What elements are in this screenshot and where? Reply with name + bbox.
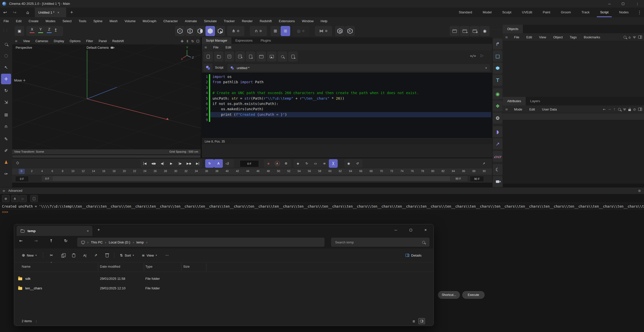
script-menu-file[interactable]: File (210, 45, 222, 49)
tab-objects[interactable]: Objects (503, 25, 523, 33)
center-axis-button[interactable]: ▣ (15, 26, 24, 36)
preview-range-slider[interactable]: 0 F 90 F (42, 176, 468, 181)
rotate-tool[interactable]: ↻ (1, 85, 11, 96)
console-close-icon[interactable]: ⊗ (638, 189, 641, 192)
key-position-button[interactable]: ◈ (293, 159, 302, 168)
details-button[interactable]: Details (400, 251, 427, 260)
points-mode-button[interactable] (175, 26, 185, 36)
viewport-menu-redshift[interactable]: Redshift (110, 39, 127, 43)
code-line-1[interactable]: 1import os (202, 74, 492, 79)
shortcut-button[interactable]: Shortcut... (438, 291, 460, 299)
viewport-canvas[interactable]: Perspective Default Camera Move ✛ Y X Z (12, 44, 201, 149)
toolbar-drag-handle-2[interactable]: ·········· (491, 28, 502, 31)
key-scale-button[interactable]: ▭ (311, 159, 320, 168)
range-start-field[interactable]: 0 F (15, 176, 29, 182)
menu-tools[interactable]: Tools (75, 19, 90, 23)
copy-button[interactable] (58, 251, 68, 260)
console-hamburger-icon[interactable]: ≡ (3, 189, 5, 192)
attributes-hamburger-icon[interactable]: ≡ (503, 108, 511, 111)
scale-tool[interactable]: ⇲ (1, 97, 11, 107)
objects-menu-view[interactable]: View (535, 35, 550, 39)
render-marker-button[interactable] (256, 51, 266, 62)
quantize-button[interactable]: ⊞ (271, 26, 280, 36)
menu-create[interactable]: Create (25, 19, 42, 23)
objects-menu-tags[interactable]: Tags (566, 35, 580, 39)
console-output-line[interactable]: Created uncPath = '\\\\?\\d:\\temp\\ten_… (0, 203, 644, 209)
render-settings-button[interactable]: ⚙ (470, 26, 479, 36)
explorer-close-button[interactable]: × (418, 224, 433, 236)
menu-select[interactable]: Select (59, 19, 75, 23)
script-browser-button[interactable] (278, 51, 287, 62)
refresh-icon[interactable]: ↻ (64, 239, 67, 243)
breadcrumb-item-this-pc[interactable]: This PC (89, 240, 104, 244)
render-camera-icon[interactable] (493, 176, 502, 187)
volume-icon[interactable]: ❖ (493, 100, 502, 112)
animation-hud-button[interactable]: ◉ (344, 159, 353, 168)
generator-icon[interactable]: ◉ (493, 88, 502, 99)
untriangulate-button[interactable]: A (345, 26, 355, 36)
sketch-pen-tool[interactable]: ✐ (1, 145, 11, 156)
mograph-icon[interactable]: ▱▱ (493, 151, 502, 162)
record-keyframe-button[interactable]: ◆ (264, 159, 273, 168)
play-mode-button[interactable]: A (214, 159, 223, 168)
zoom-tool[interactable] (1, 39, 11, 49)
details-view-toggle[interactable] (418, 318, 425, 324)
prev-frame-button[interactable]: ◀| (158, 159, 167, 168)
minimize-button[interactable]: ─ (604, 0, 615, 8)
symmetry-button[interactable]: ⋈⚙ (315, 26, 332, 36)
cut-button[interactable]: ✂ (46, 251, 57, 260)
code-view-toggle[interactable]: </> (470, 54, 476, 58)
keyframe-settings-button[interactable]: ⚙ (282, 159, 290, 168)
keyframe-diamond-icon[interactable]: ◇ (16, 161, 19, 165)
range-end-field[interactable]: 90 F (470, 176, 484, 182)
attributes-menu-user-data[interactable]: User Data (539, 107, 560, 111)
layout-tab-uvedit[interactable]: UVEdit (517, 8, 537, 17)
code-line-4[interactable]: 4# Create an UNC path that exceeds 260 c… (202, 90, 492, 96)
viewport-hscrollbar[interactable] (12, 155, 201, 158)
new-script-button[interactable] (203, 51, 213, 62)
objects-menu-object[interactable]: Object (550, 35, 566, 39)
code-line-6[interactable]: 6if not os.path.exists(uncPath): (202, 101, 492, 106)
menu-file[interactable]: File (0, 19, 12, 23)
menu-window[interactable]: Window (298, 19, 317, 23)
menu-redshift[interactable]: Redshift (256, 19, 275, 23)
menu-spline[interactable]: Spline (90, 19, 106, 23)
spline-object-icon[interactable]: ↱ (493, 38, 502, 49)
layout-tab-sculpt[interactable]: Sculpt (497, 8, 517, 17)
viewport-view-label[interactable]: Perspective (16, 46, 32, 49)
redo-button[interactable]: ↪ (10, 8, 19, 17)
up-icon[interactable]: ↑ (49, 239, 53, 243)
layout-tab-model[interactable]: Model (477, 8, 497, 17)
menu-mograph[interactable]: MoGraph (139, 19, 160, 23)
rename-button[interactable]: A| (80, 251, 90, 260)
more-button[interactable]: ⋯ (163, 251, 172, 260)
cube-object-icon[interactable] (493, 63, 502, 74)
show-fcurves-button[interactable]: ↗ (479, 159, 488, 168)
menu-volume[interactable]: Volume (121, 19, 139, 23)
menu-mesh[interactable]: Mesh (106, 19, 121, 23)
text-object-icon[interactable]: T (493, 75, 502, 86)
undo-button[interactable]: ↩ (1, 8, 10, 17)
search-box[interactable]: Search temp (331, 238, 430, 247)
attributes-body[interactable] (503, 120, 644, 184)
lock-y-button[interactable]: Y (37, 27, 44, 33)
modeling-circle-button[interactable] (335, 26, 345, 36)
breadcrumb[interactable]: ›This PC›Local Disk (D:)›temp› (77, 238, 325, 247)
live-selection-tool[interactable] (1, 50, 11, 61)
delete-button[interactable] (102, 251, 112, 260)
image-button[interactable] (267, 51, 277, 62)
column-headers[interactable]: ^ NameDate modifiedTypeSize (14, 262, 434, 272)
layout-tab-paint[interactable]: Paint (538, 8, 556, 17)
code-line-7[interactable]: 7 os.makedirs(uncPath) (202, 106, 492, 112)
console-tree-button[interactable]: ⋔ (11, 195, 19, 202)
new-tab-button[interactable]: + (67, 8, 76, 17)
goto-end-button[interactable]: ▶| (193, 159, 202, 168)
menu-tracker[interactable]: Tracker (220, 19, 238, 23)
move-tool[interactable]: ✛ (1, 74, 11, 84)
simulation-icon[interactable]: ⚙ (493, 113, 502, 124)
lock-z-button[interactable]: Z (45, 27, 53, 33)
layouts-overflow-button[interactable]: ⋮ (635, 8, 644, 17)
viewport-menu-options[interactable]: Options (67, 39, 83, 43)
magnet-snap-button[interactable]: ∩⚙ (250, 26, 267, 36)
console-mode-label[interactable]: Advanced (8, 189, 22, 192)
